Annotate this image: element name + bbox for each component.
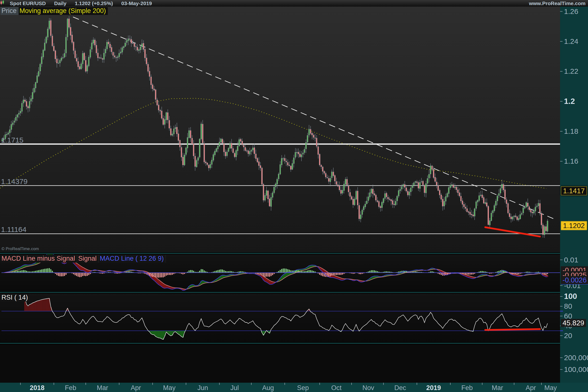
x-axis-label: 2018 bbox=[30, 384, 44, 392]
x-axis-label: Jul bbox=[230, 384, 239, 392]
axis-tick-label: 0.01 bbox=[564, 256, 578, 264]
x-axis-label: May bbox=[163, 384, 176, 392]
x-axis-label: Oct bbox=[331, 384, 342, 392]
x-axis-label: Nov bbox=[362, 384, 374, 392]
chart-canvas[interactable]: 1.261.241.221.21.181.160.01-0.0110080604… bbox=[0, 0, 588, 392]
x-axis-label: Mar bbox=[97, 384, 108, 392]
axis-tick-label: 1.16 bbox=[564, 157, 578, 165]
ma-value-badge: 1.1417 bbox=[561, 186, 587, 196]
title-bar: Spot EUR/USD Daily 1.1202 (+0.25%) 03-Ma… bbox=[0, 0, 588, 6]
price-indicator-labels: Price Moving average (Simple 200) bbox=[0, 7, 108, 15]
rsi-panel bbox=[0, 293, 560, 342]
x-axis-label: Feb bbox=[65, 384, 76, 392]
current-date: 03-May-2019 bbox=[121, 0, 152, 6]
rsi-label-chip[interactable]: RSI ( 14) bbox=[0, 294, 30, 302]
macd-indicator-labels: MACD Line minus Signal Signal MACD Line … bbox=[0, 255, 166, 263]
axis-tick-label: 20 bbox=[564, 332, 572, 340]
x-axis-label: Feb bbox=[461, 384, 473, 392]
timeframe[interactable]: Daily bbox=[54, 0, 66, 6]
macd-line-label-chip[interactable]: MACD Line ( 12 26 9) bbox=[99, 255, 166, 263]
site-link[interactable]: www.ProRealTime.com bbox=[529, 0, 588, 6]
axis-tick-label: 100 bbox=[564, 292, 577, 300]
x-axis-label: May bbox=[544, 384, 557, 392]
axis-tick-label: 1.2 bbox=[564, 97, 575, 106]
symbol-name: Spot EUR/USD bbox=[10, 0, 46, 6]
last-price-badge: 1.1202 bbox=[561, 221, 587, 230]
x-axis-label: Aug bbox=[262, 384, 274, 392]
last-price-change: 1.1202 (+0.25%) bbox=[75, 0, 113, 6]
macd-line-value-badge: -0.0026 bbox=[561, 276, 588, 285]
x-axis-label: Apr bbox=[526, 384, 536, 392]
rsi-divergence-line bbox=[485, 329, 540, 330]
axis-tick-label: 100,000 bbox=[564, 365, 588, 374]
rsi-indicator-labels: RSI ( 14) bbox=[0, 294, 30, 302]
x-axis-label: Sep bbox=[297, 384, 309, 392]
volume-panel bbox=[0, 344, 560, 383]
price-label-chip[interactable]: Price bbox=[0, 7, 18, 15]
sr-level-label-2: 1.14379 bbox=[1, 178, 28, 186]
sr-level-label-3: 1.11164 bbox=[1, 226, 26, 234]
axis-tick-label: 1.18 bbox=[564, 127, 578, 135]
axis-tick-label: 200,000 bbox=[564, 354, 588, 362]
x-axis-label: Apr bbox=[131, 384, 141, 392]
x-axis-label: Mar bbox=[492, 384, 503, 392]
chart-window: 1.261.241.221.21.181.160.01-0.0110080604… bbox=[0, 0, 588, 392]
x-axis-label: 2019 bbox=[426, 384, 441, 392]
macd-signal-label-chip[interactable]: Signal bbox=[77, 255, 99, 263]
sr-level-label-1: 1.1715 bbox=[1, 136, 24, 144]
axis-tick-label: 1.22 bbox=[564, 67, 578, 75]
rsi-value-badge: 45.829 bbox=[561, 319, 586, 327]
macd-hist-label-chip[interactable]: MACD Line minus Signal bbox=[0, 255, 77, 263]
price-panel bbox=[0, 6, 560, 252]
axis-tick-label: 1.26 bbox=[564, 7, 578, 16]
x-axis-label: Jun bbox=[198, 384, 208, 392]
x-axis-label: Dec bbox=[394, 384, 406, 392]
axis-tick-label: 1.24 bbox=[564, 37, 578, 45]
copyright-note: © ProRealTime.com bbox=[2, 246, 39, 251]
moving-average-label-chip[interactable]: Moving average (Simple 200) bbox=[18, 7, 108, 15]
axis-tick-label: 80 bbox=[564, 302, 572, 310]
